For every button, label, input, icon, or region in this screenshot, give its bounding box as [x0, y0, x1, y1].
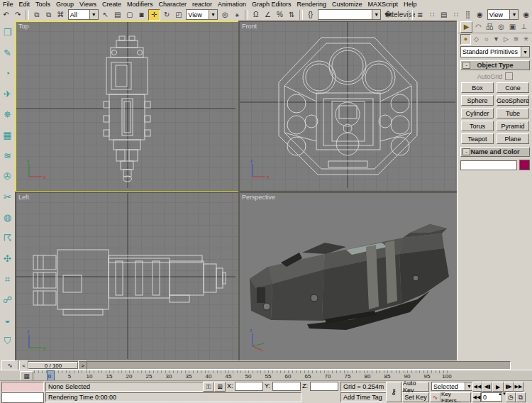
previous-frame-button[interactable]: ◀▮	[482, 382, 492, 392]
primitive-button-cone[interactable]: Cone	[497, 82, 529, 93]
track-bar[interactable]: ▦ 05101520253035404550556065707580859095…	[0, 370, 532, 381]
primitive-button-box[interactable]: Box	[461, 82, 494, 93]
motion-tab[interactable]: ◎	[496, 22, 506, 32]
key-filters-button[interactable]: Key Filters...	[440, 392, 471, 402]
primitive-button-torus[interactable]: Torus	[461, 121, 494, 131]
viewport-left[interactable]: Left	[15, 192, 240, 363]
bind-to-space-warp-icon[interactable]: ⌘	[55, 10, 66, 20]
menu-item-views[interactable]: Views	[77, 1, 99, 8]
curve-editor-icon[interactable]: ▤	[438, 10, 449, 20]
systems-subtab[interactable]: ✳	[521, 35, 531, 44]
track-bar-ruler[interactable]: 0510152025303540455055606570758085909510…	[34, 370, 511, 381]
object-color-swatch[interactable]	[519, 160, 530, 170]
next-frame-arrow[interactable]: >	[78, 360, 87, 370]
name-and-color-rollout-header[interactable]: - Name and Color	[460, 147, 530, 157]
object-type-rollout-header[interactable]: - Object Type	[460, 60, 530, 70]
time-slider-handle[interactable]: 0 / 100	[28, 362, 78, 369]
layer-manager-icon[interactable]: ≣	[415, 10, 426, 20]
angle-snap-icon[interactable]: ∠	[262, 10, 273, 20]
render-type-dropdown[interactable]: View▼	[487, 9, 519, 20]
material-editor-icon[interactable]: ⣿	[462, 10, 473, 20]
percent-snap-icon[interactable]: %	[275, 10, 285, 20]
rectangular-selection-region-icon[interactable]: ▢	[124, 10, 135, 20]
menu-item-file[interactable]: File	[0, 1, 16, 8]
show-curves-toggle-icon[interactable]: ▦	[20, 371, 33, 381]
animation-tab-icon[interactable]: ✣	[1, 248, 14, 269]
menu-item-graph-editors[interactable]: Graph Editors	[249, 1, 294, 8]
utilities-tab[interactable]: ⊥	[519, 22, 529, 32]
time-slider-track[interactable]: 0 / 100	[28, 361, 511, 370]
menu-item-character[interactable]: Character	[155, 1, 189, 8]
helpers-subtab[interactable]: ▷	[501, 35, 511, 44]
selection-filter-dropdown[interactable]: All▼	[68, 9, 99, 20]
select-and-manipulate-icon[interactable]: ⚹	[232, 10, 243, 20]
menu-item-animation[interactable]: Animation	[215, 1, 249, 8]
render-scene-icon[interactable]: ◉	[475, 10, 485, 20]
shapes-subtab[interactable]: ◇	[472, 35, 481, 44]
unlink-selection-icon[interactable]: ⧉	[43, 10, 54, 20]
primitive-button-sphere[interactable]: Sphere	[461, 95, 494, 106]
menu-item-create[interactable]: Create	[99, 1, 124, 8]
lights-cameras-tab-icon[interactable]: ✈	[1, 84, 14, 104]
spinner-snap-icon[interactable]: ⇅	[287, 10, 297, 20]
quick-render-icon[interactable]: ◉	[521, 10, 531, 20]
min-max-viewport-toggle[interactable]: ⧉	[516, 392, 526, 402]
helpers-tab-icon[interactable]: ▦	[1, 125, 14, 145]
key-filter-selection-dropdown[interactable]: Selected ▼	[431, 382, 474, 391]
primitive-button-pyramid[interactable]: Pyramid	[497, 121, 529, 131]
named-selection-sets-icon[interactable]: {}	[305, 10, 316, 20]
next-frame-button[interactable]: ▮▶	[504, 382, 514, 392]
geometry-subtab[interactable]: ●	[460, 34, 471, 45]
select-and-move-icon[interactable]: ✛	[148, 9, 160, 21]
shapes-tab-icon[interactable]: ✎	[1, 43, 14, 63]
y-coordinate-field[interactable]	[272, 382, 301, 391]
play-button[interactable]: ▶	[492, 382, 504, 392]
open-mini-curve-editor-button[interactable]: ∿	[1, 360, 18, 370]
primitive-button-geosphere[interactable]: GeoSphere	[497, 95, 529, 106]
materials-tab-icon[interactable]: ◒	[1, 310, 14, 331]
snap-toggle-3d-icon[interactable]: Ω	[250, 10, 261, 20]
viewport-perspective[interactable]: Perspective	[238, 192, 460, 363]
primitive-button-teapot[interactable]: Teapot	[461, 133, 494, 144]
menu-item-edit[interactable]: Edit	[16, 1, 33, 8]
align-icon[interactable]: �televisie	[395, 10, 406, 20]
primitive-category-dropdown[interactable]: Standard Primitives ▼	[460, 46, 530, 57]
window-crossing-icon[interactable]: ◙	[136, 10, 147, 20]
utilities-tab-icon[interactable]: ⛉	[1, 331, 14, 351]
go-to-start-button[interactable]: ◀◀	[472, 382, 482, 392]
rendering-tab-icon[interactable]: ◍	[1, 207, 14, 228]
compounds-tab-icon[interactable]: ◔	[1, 63, 14, 84]
object-name-input[interactable]	[460, 160, 517, 170]
modifiers-tab-icon[interactable]: ✇	[1, 166, 14, 187]
viewport-front[interactable]: Front	[238, 21, 460, 192]
select-and-link-icon[interactable]: ⧉	[31, 10, 42, 20]
viewport-top[interactable]: Top	[15, 21, 240, 192]
z-coordinate-field[interactable]	[310, 382, 338, 391]
menu-item-reactor[interactable]: reactor	[189, 1, 215, 8]
menu-item-group[interactable]: Group	[53, 1, 77, 8]
reference-coordinate-dropdown[interactable]: View▼	[186, 9, 218, 20]
constraints-tab-icon[interactable]: ⌗	[1, 269, 14, 289]
absolute-offset-toggle[interactable]: ⊞	[214, 382, 226, 392]
hierarchy-tab[interactable]: 品	[484, 22, 495, 32]
autogrid-checkbox[interactable]	[505, 72, 513, 80]
menu-item-customize[interactable]: Customize	[329, 1, 365, 8]
maxscript-listener-pink-pane[interactable]	[1, 382, 44, 392]
maxscript-listener-white-pane[interactable]	[1, 392, 44, 403]
default-in-out-tangents-icon[interactable]: ∿	[430, 392, 440, 402]
modify-tab[interactable]: ◠	[473, 22, 484, 32]
primitive-button-tube[interactable]: Tube	[497, 108, 529, 118]
selection-lock-toggle[interactable]: ⚿	[203, 382, 214, 392]
go-to-end-button[interactable]: ▶▶	[514, 382, 523, 392]
set-keys-key-icon[interactable]: ⚷	[386, 382, 401, 402]
undo-icon[interactable]: ↶	[1, 10, 11, 20]
x-coordinate-field[interactable]	[235, 382, 263, 391]
menu-item-maxscript[interactable]: MAXScript	[365, 1, 401, 8]
menu-item-modifiers[interactable]: Modifiers	[124, 1, 156, 8]
select-and-rotate-icon[interactable]: ↻	[162, 10, 172, 20]
particles-tab-icon[interactable]: ✵	[1, 104, 14, 125]
menu-item-rendering[interactable]: Rendering	[294, 1, 330, 8]
space-warps-tab-icon[interactable]: ≋	[1, 145, 14, 166]
menu-item-tools[interactable]: Tools	[33, 1, 53, 8]
primitive-button-cylinder[interactable]: Cylinder	[461, 108, 494, 118]
